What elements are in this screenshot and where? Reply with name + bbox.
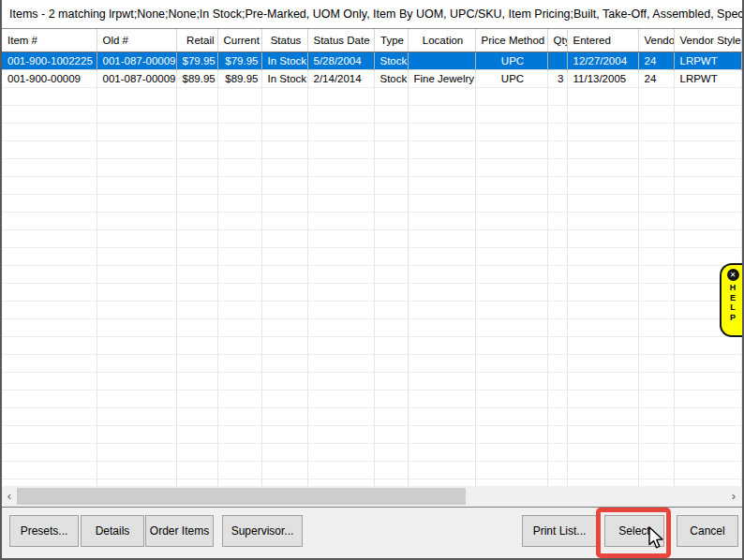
column-header-retail[interactable]: Retail <box>176 29 217 52</box>
grid-cell <box>97 177 176 195</box>
horizontal-scrollbar[interactable]: ‹ › <box>2 486 742 507</box>
grid-cell <box>97 302 176 319</box>
column-header-location[interactable]: Location <box>408 29 475 52</box>
help-tab[interactable]: ✕ H E L P <box>720 263 744 337</box>
grid-cell <box>261 106 307 124</box>
column-header-vendor-style[interactable]: Vendor Style <box>674 29 741 52</box>
grid-cell: 5/28/2004 <box>307 52 374 70</box>
grid-cell <box>176 462 217 479</box>
grid-cell: 001-900-1002225 <box>2 52 97 70</box>
details-button[interactable]: Details <box>81 515 144 547</box>
grid-cell <box>408 141 475 159</box>
column-header-old-[interactable]: Old # <box>97 29 176 52</box>
grid-cell: 3 <box>547 70 567 88</box>
grid-cell <box>261 266 307 284</box>
grid-cell <box>475 408 547 426</box>
column-header-status[interactable]: Status <box>261 29 307 52</box>
grid-cell <box>475 319 547 337</box>
grid-cell <box>261 284 307 302</box>
grid-cell <box>307 159 374 177</box>
grid-cell <box>374 355 408 373</box>
supervisor-button[interactable]: Supervisor... <box>222 515 303 547</box>
grid-cell <box>97 426 176 444</box>
grid-cell <box>674 462 741 479</box>
help-close-icon[interactable]: ✕ <box>727 269 739 281</box>
grid-cell <box>547 408 567 426</box>
empty-row <box>2 159 741 177</box>
empty-row <box>2 408 741 426</box>
grid-cell <box>408 88 475 106</box>
grid-cell <box>374 391 408 408</box>
grid-cell <box>2 337 97 355</box>
empty-row <box>2 124 741 141</box>
grid-cell <box>374 88 408 106</box>
grid-cell <box>307 302 374 319</box>
grid-cell: In Stock <box>261 52 307 70</box>
grid-cell <box>567 159 638 177</box>
grid-cell <box>217 479 261 487</box>
select-button[interactable]: Select <box>604 515 664 547</box>
grid-cell <box>475 444 547 462</box>
column-header-current[interactable]: Current <box>217 29 261 52</box>
grid-cell <box>674 373 741 391</box>
grid-cell <box>217 426 261 444</box>
grid-cell <box>217 230 261 248</box>
grid-cell <box>97 444 176 462</box>
grid-cell <box>674 213 741 230</box>
grid-cell <box>374 302 408 319</box>
grid-cell <box>261 195 307 213</box>
grid-cell <box>307 284 374 302</box>
column-header-item-[interactable]: Item # <box>2 29 97 52</box>
grid-cell <box>217 408 261 426</box>
grid-cell: 24 <box>638 70 674 88</box>
empty-row <box>2 319 741 337</box>
grid-cell <box>176 124 217 141</box>
scroll-right-arrow[interactable]: › <box>726 486 741 507</box>
grid-cell <box>547 230 567 248</box>
grid-cell: UPC <box>475 52 547 70</box>
grid-cell <box>638 408 674 426</box>
grid-cell <box>638 159 674 177</box>
cancel-button[interactable]: Cancel <box>677 515 738 547</box>
grid-cell <box>307 195 374 213</box>
grid-cell <box>567 248 638 266</box>
order-items-button[interactable]: Order Items <box>145 515 214 547</box>
grid-cell <box>307 479 374 487</box>
grid-cell <box>176 426 217 444</box>
grid-cell <box>475 302 547 319</box>
grid-cell <box>217 355 261 373</box>
help-letter: L <box>722 302 744 313</box>
grid-cell <box>307 248 374 266</box>
empty-row <box>2 106 741 124</box>
grid-cell <box>261 479 307 487</box>
empty-row <box>2 284 741 302</box>
table-row[interactable]: 001-900-00009001-087-00009$89.95$89.95In… <box>2 70 741 88</box>
column-header-entered[interactable]: Entered <box>567 29 638 52</box>
grid-cell <box>638 248 674 266</box>
column-header-type[interactable]: Type <box>374 29 408 52</box>
grid-cell <box>475 195 547 213</box>
table-row[interactable]: 001-900-1002225001-087-00009$79.95$79.95… <box>2 52 741 70</box>
grid-cell <box>408 284 475 302</box>
grid-cell <box>217 195 261 213</box>
column-header-vendor[interactable]: Vendor <box>638 29 674 52</box>
scroll-left-arrow[interactable]: ‹ <box>2 486 17 507</box>
grid-cell <box>261 230 307 248</box>
grid-cell <box>217 373 261 391</box>
column-header-status-date[interactable]: Status Date <box>307 29 374 52</box>
grid-cell <box>217 106 261 124</box>
button-panel: Presets... Details Order Items Superviso… <box>2 508 742 558</box>
column-header-price-method[interactable]: Price Method <box>475 29 547 52</box>
grid-cell <box>638 177 674 195</box>
grid-cell <box>674 106 741 124</box>
column-header-qty[interactable]: Qty <box>547 29 567 52</box>
grid-cell <box>2 408 97 426</box>
grid-cell <box>374 444 408 462</box>
presets-button[interactable]: Presets... <box>9 515 79 547</box>
grid-cell <box>638 141 674 159</box>
grid-cell <box>567 391 638 408</box>
grid-cell <box>261 444 307 462</box>
print-list-button[interactable]: Print List... <box>522 515 597 547</box>
grid-cell <box>261 319 307 337</box>
scrollbar-thumb[interactable] <box>17 488 466 505</box>
